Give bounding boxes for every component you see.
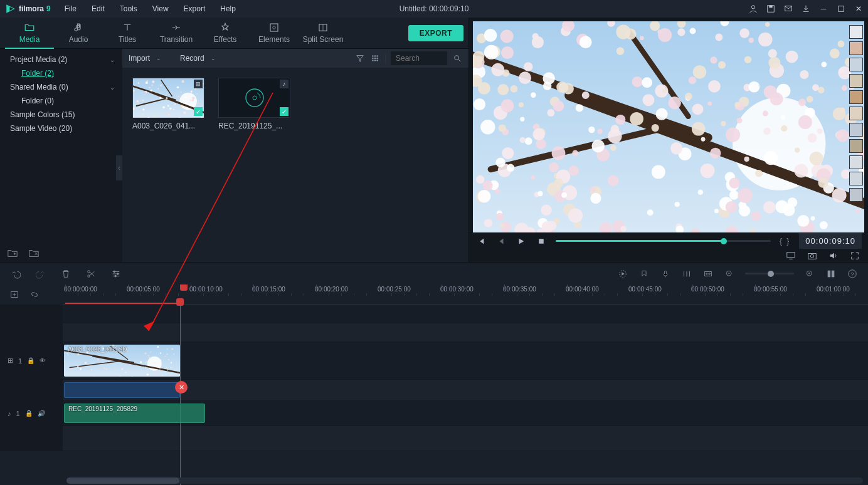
preview-monitor[interactable]	[473, 21, 864, 232]
menu-edit[interactable]: Edit	[85, 2, 111, 16]
volume-icon[interactable]	[828, 250, 839, 261]
filter-icon[interactable]	[355, 53, 365, 63]
redo-button[interactable]	[35, 268, 46, 279]
tab-transition[interactable]: Transition	[152, 18, 201, 49]
mini-thumb[interactable]	[849, 172, 863, 185]
eye-icon[interactable]: 👁	[40, 357, 46, 364]
save-icon[interactable]	[766, 4, 775, 13]
adjust-button[interactable]	[110, 268, 122, 279]
svg-rect-2	[769, 6, 772, 8]
account-icon[interactable]	[749, 4, 758, 13]
menu-export[interactable]: Export	[177, 2, 212, 16]
tab-split-screen[interactable]: Split Screen	[299, 18, 347, 49]
tab-audio[interactable]: Audio	[54, 18, 103, 49]
undo-button[interactable]	[10, 268, 21, 279]
audio-clip[interactable]: REC_20191125_205829	[64, 404, 205, 423]
mini-thumb[interactable]	[849, 139, 863, 153]
import-dropdown[interactable]: Import⌄	[129, 54, 161, 63]
menu-help[interactable]: Help	[214, 2, 242, 16]
zoom-in-icon[interactable]	[804, 268, 815, 279]
sidebar-item-folder-active[interactable]: Folder (2)	[0, 66, 122, 80]
svg-point-135	[710, 56, 717, 63]
cut-marker-icon[interactable]: ✕	[175, 381, 188, 394]
timeline-ruler[interactable]: 00:00:00:0000:00:05:0000:00:10:0000:00:1…	[63, 284, 868, 305]
timeline-scrollbar[interactable]	[66, 477, 863, 484]
record-dropdown[interactable]: Record⌄	[180, 54, 216, 63]
close-button[interactable]: ✕	[854, 4, 863, 13]
mark-brackets[interactable]: { }	[780, 237, 790, 246]
menu-view[interactable]: View	[146, 2, 175, 16]
lock-icon[interactable]: 🔒	[25, 410, 33, 417]
message-icon[interactable]	[784, 4, 793, 13]
mini-thumb[interactable]	[849, 41, 863, 55]
empty-track[interactable]	[63, 426, 868, 451]
scrollbar-thumb[interactable]	[66, 477, 179, 484]
download-icon[interactable]	[802, 4, 810, 13]
progress-bar[interactable]	[556, 240, 771, 242]
audio-mixer-icon[interactable]	[681, 268, 692, 279]
maximize-button[interactable]	[837, 4, 845, 13]
link-icon[interactable]	[29, 289, 40, 300]
marker-icon[interactable]	[638, 268, 650, 279]
manage-tracks-icon[interactable]	[825, 268, 837, 279]
sidebar-item-sample-colors[interactable]: Sample Colors (15)	[0, 108, 122, 122]
mini-thumb[interactable]	[849, 155, 863, 169]
snapshot-icon[interactable]	[807, 250, 818, 261]
add-track-icon[interactable]	[9, 289, 20, 300]
sidebar-item-folder[interactable]: Folder (0)	[0, 94, 122, 108]
media-thumbnail-video[interactable]: ⊞ ✓ A003_C026_041...	[132, 78, 204, 130]
voiceover-icon[interactable]	[660, 268, 671, 279]
media-thumbnail-audio[interactable]: ♪ ✓ REC_20191125_...	[218, 78, 290, 130]
svg-point-223	[836, 129, 849, 142]
mini-thumb[interactable]	[849, 74, 863, 88]
play-backward-button[interactable]	[495, 236, 507, 247]
mini-thumb[interactable]	[849, 25, 863, 39]
prev-frame-button[interactable]	[475, 236, 487, 247]
tab-titles[interactable]: Titles	[103, 18, 152, 49]
delete-button[interactable]	[60, 268, 71, 279]
audio-track-head[interactable]: ♪ 1 🔒 🔊	[0, 401, 63, 425]
mini-thumb[interactable]	[849, 90, 863, 104]
search-input[interactable]	[391, 51, 447, 65]
video-audio-clip[interactable]	[64, 382, 180, 398]
delete-folder-icon[interactable]	[28, 247, 40, 259]
svg-point-26	[174, 103, 176, 105]
sidebar-item-project-media[interactable]: Project Media (2)⌄	[0, 53, 122, 66]
sidebar-item-sample-video[interactable]: Sample Video (20)	[0, 122, 122, 135]
fit-icon[interactable]	[702, 268, 714, 279]
empty-track[interactable]	[63, 305, 868, 323]
mini-thumb[interactable]	[849, 58, 863, 71]
grid-view-icon[interactable]	[370, 53, 380, 63]
empty-track[interactable]	[63, 323, 868, 342]
audio-track-lane[interactable]: REC_20191125_205829	[63, 401, 868, 425]
video-track-head[interactable]: ⊞ 1 🔒 👁	[0, 342, 63, 379]
svg-point-414	[140, 361, 142, 363]
help-icon[interactable]: ?	[847, 268, 858, 279]
menu-tools[interactable]: Tools	[114, 2, 144, 16]
tab-effects[interactable]: Effects	[201, 18, 250, 49]
mini-thumb[interactable]	[849, 107, 863, 120]
fullscreen-icon[interactable]	[849, 250, 860, 261]
lock-icon[interactable]: 🔒	[27, 357, 34, 364]
new-folder-icon[interactable]	[6, 247, 19, 259]
zoom-slider[interactable]	[745, 273, 794, 274]
minimize-button[interactable]: ─	[819, 4, 828, 13]
mini-thumb[interactable]	[849, 123, 863, 137]
screenshot-to-pc-icon[interactable]	[785, 250, 797, 261]
play-button[interactable]	[516, 236, 527, 247]
zoom-out-icon[interactable]	[724, 268, 735, 279]
tab-elements[interactable]: Elements	[250, 18, 299, 49]
video-clip[interactable]: A003_C026_0411SD	[64, 345, 180, 377]
video-track-lane[interactable]: A003_C026_0411SD	[63, 342, 868, 379]
mini-thumb[interactable]	[849, 188, 863, 202]
sidebar-item-shared-media[interactable]: Shared Media (0)⌄	[0, 80, 122, 94]
export-button[interactable]: EXPORT	[408, 25, 463, 41]
sidebar-collapse-handle[interactable]: ‹	[116, 155, 122, 180]
speaker-icon[interactable]: 🔊	[38, 410, 45, 417]
menu-file[interactable]: File	[58, 2, 83, 16]
tab-media[interactable]: Media	[5, 18, 54, 49]
split-button[interactable]	[85, 268, 97, 279]
render-preview-icon[interactable]	[617, 268, 628, 279]
search-icon[interactable]	[452, 53, 462, 63]
stop-button[interactable]	[536, 236, 547, 247]
